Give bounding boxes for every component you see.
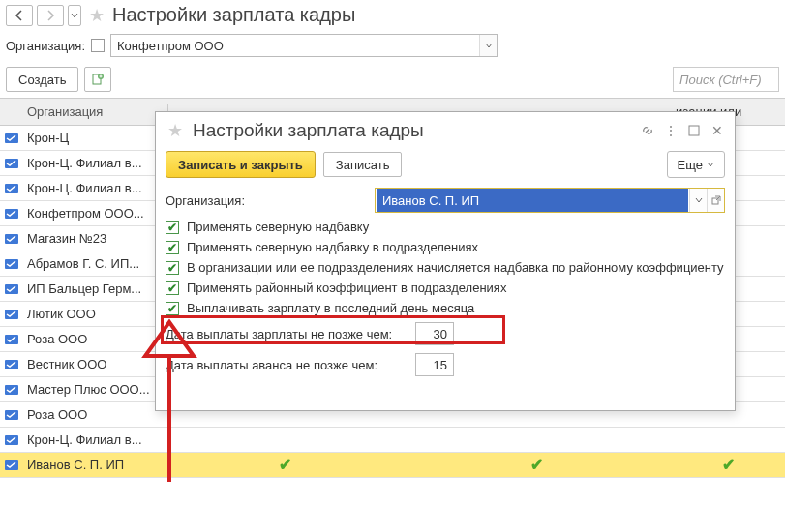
checkbox[interactable]: ✔ <box>166 261 179 275</box>
checkbox[interactable]: ✔ <box>166 241 179 254</box>
chk-label: Применять северную надбавку в подразделе… <box>187 240 478 254</box>
row-org-name: Магазин №23 <box>23 231 168 246</box>
chk-label: В организации или ее подразделениях начи… <box>187 260 724 275</box>
toolbar: Создать Поиск (Ctrl+F) <box>0 61 785 98</box>
save-button[interactable]: Записать <box>323 152 403 177</box>
checkbox[interactable]: ✔ <box>166 221 179 234</box>
row-status-icon <box>0 158 23 169</box>
maximize-icon[interactable] <box>686 123 702 138</box>
checkbox[interactable]: ✔ <box>166 302 179 315</box>
checkbox[interactable]: ✔ <box>166 281 179 295</box>
row-status-icon <box>0 309 23 320</box>
modal-org-select[interactable]: Иванов С. П. ИП <box>375 188 725 213</box>
salary-date-label: Дата выплаты зарплаты не позже чем: <box>166 327 408 341</box>
chk-label: Применять северную надбавку <box>187 220 369 234</box>
settings-modal: ★ Настройки зарплата кадры ⋮ ✕ Записать … <box>155 111 736 411</box>
row-org-name: Мастер Плюс ООО... <box>23 382 168 397</box>
top-nav: ★ Настройки зарплата кадры <box>0 0 785 30</box>
favorite-star-icon[interactable]: ★ <box>89 5 105 26</box>
row-org-name: Крон-Ц <box>23 131 168 145</box>
row-status-icon <box>0 183 23 194</box>
chk-label: Применять районный коэффициент в подразд… <box>187 281 506 295</box>
page-title: Настройки зарплата кадры <box>112 4 355 26</box>
org-filter-label: Организация: <box>6 39 85 53</box>
row-org-name: Крон-Ц. Филиал в... <box>23 432 168 447</box>
favorite-star-icon[interactable]: ★ <box>167 120 183 141</box>
row-org-name: Абрамов Г. С. ИП... <box>23 256 168 271</box>
row-status-icon <box>0 334 23 345</box>
check-icon: ✔ <box>530 456 543 474</box>
row-org-name: Роза ООО <box>23 332 168 346</box>
row-status-icon <box>0 384 23 396</box>
chevron-down-icon[interactable] <box>689 189 707 212</box>
menu-icon[interactable]: ⋮ <box>663 123 679 138</box>
row-status-icon <box>0 409 23 421</box>
row-org-name: ИП Бальцер Герм... <box>23 281 168 296</box>
link-icon[interactable] <box>640 123 655 138</box>
table-row-selected[interactable]: Иванов С. П. ИП ✔ ✔ ✔ <box>0 453 785 478</box>
row-org-name: Иванов С. П. ИП <box>23 458 168 472</box>
row-status-icon <box>0 233 23 245</box>
create-button[interactable]: Создать <box>6 67 78 92</box>
row-status-icon <box>0 208 23 220</box>
row-status-icon <box>0 258 23 270</box>
open-link-icon[interactable] <box>707 189 724 212</box>
filter-row: Организация: Конфетпром ООО <box>0 30 785 61</box>
row-org-name: Крон-Ц. Филиал в... <box>23 181 168 195</box>
row-org-name: Роза ООО <box>23 407 168 422</box>
chevron-down-icon[interactable] <box>479 35 497 56</box>
modal-org-value: Иванов С. П. ИП <box>377 189 688 212</box>
row-org-name: Конфетпром ООО... <box>23 206 168 221</box>
salary-date-input[interactable]: 30 <box>415 322 454 345</box>
row-status-icon <box>0 459 23 471</box>
row-org-name: Лютик ООО <box>23 307 168 321</box>
row-status-icon <box>0 434 23 446</box>
chk-label: Выплачивать зарплату в последний день ме… <box>187 301 474 315</box>
advance-date-label: Дата выплаты аванса не позже чем: <box>166 358 408 372</box>
modal-org-label: Организация: <box>166 193 369 208</box>
row-org-name: Крон-Ц. Филиал в... <box>23 156 168 170</box>
row-org-name: Вестник ООО <box>23 357 168 371</box>
advance-date-input[interactable]: 15 <box>415 353 454 376</box>
modal-title: Настройки зарплата кадры <box>193 120 634 141</box>
check-icon: ✔ <box>279 456 291 474</box>
row-status-icon <box>0 133 23 144</box>
forward-button[interactable] <box>37 5 64 26</box>
org-filter-checkbox[interactable] <box>91 39 105 52</box>
org-filter-select[interactable]: Конфетпром ООО <box>110 34 498 57</box>
copy-button[interactable] <box>84 67 111 92</box>
close-icon[interactable]: ✕ <box>710 123 725 138</box>
more-button[interactable]: Еще <box>667 151 725 178</box>
org-filter-value: Конфетпром ООО <box>111 39 479 53</box>
row-status-icon <box>0 283 23 295</box>
table-row[interactable]: Крон-Ц. Филиал в... <box>0 428 785 453</box>
row-status-icon <box>0 359 23 370</box>
check-icon: ✔ <box>722 456 735 474</box>
column-org[interactable]: Организация <box>23 104 168 119</box>
back-button[interactable] <box>6 5 33 26</box>
search-input[interactable]: Поиск (Ctrl+F) <box>673 67 779 92</box>
save-close-button[interactable]: Записать и закрыть <box>166 151 316 178</box>
nav-dropdown[interactable] <box>68 5 81 26</box>
svg-rect-16 <box>689 126 699 135</box>
